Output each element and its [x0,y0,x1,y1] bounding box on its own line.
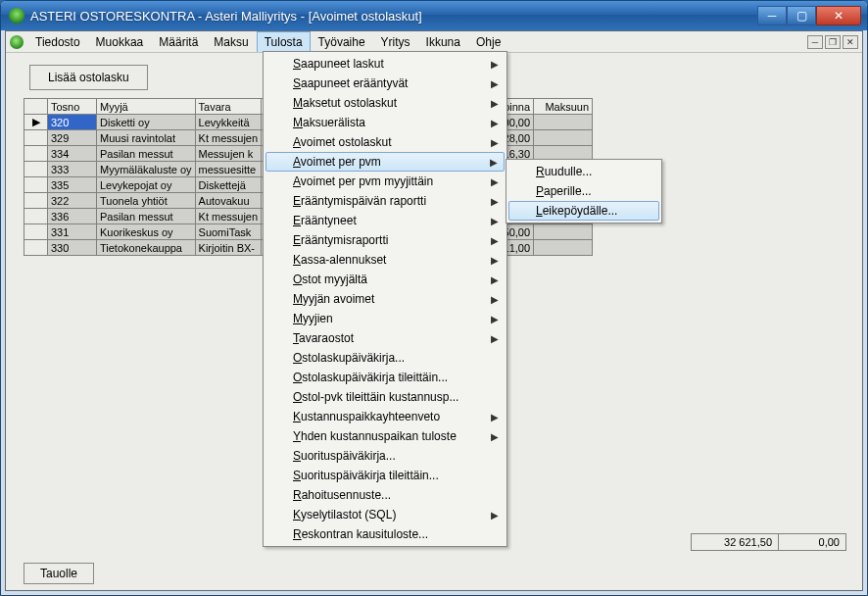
menu-item[interactable]: Avoimet per pvm myyjittäin▶ [265,172,505,191]
maximize-button[interactable]: ▢ [787,6,816,25]
menu-item[interactable]: Reskontran kausituloste... [265,524,505,544]
menu-item[interactable]: Kassa-alennukset▶ [265,250,505,270]
cell[interactable]: 334 [48,146,97,162]
menu-tulosta[interactable]: Tulosta [257,31,311,52]
cell[interactable]: Pasilan messut [97,209,196,224]
cell[interactable]: 336 [48,209,97,224]
menu-item[interactable]: Kyselytilastot (SQL)▶ [265,505,505,524]
menu-item[interactable]: Leikepöydälle... [508,201,659,221]
submenu-arrow-icon: ▶ [491,314,499,324]
cell[interactable]: 331 [48,224,97,240]
menu-tyovaihe[interactable]: Työvaihe [311,31,373,52]
cell[interactable]: Kirjoitin BX- [195,240,262,256]
footer: Tauolle [10,563,858,584]
menu-item[interactable]: Saapuneet laskut▶ [265,54,505,74]
col-header[interactable]: Maksuun [534,99,593,115]
menubar: Tiedosto Muokkaa Määritä Maksu Tulosta T… [6,31,862,53]
row-selector[interactable] [24,130,48,146]
add-invoice-button[interactable]: Lisää ostolasku [29,65,148,90]
cell[interactable]: SuomiTask [195,224,262,240]
cell[interactable]: Messujen k [195,146,262,162]
mdi-minimize-button[interactable]: ─ [807,35,823,49]
row-selector[interactable] [24,162,48,177]
menu-item[interactable]: Suorituspäiväkirja... [265,446,505,466]
submenu-arrow-icon: ▶ [491,176,499,187]
submenu-arrow-icon: ▶ [491,137,499,148]
menu-item[interactable]: Maksetut ostolaskut▶ [265,93,505,113]
cell[interactable]: Muusi ravintolat [97,130,196,146]
row-selector[interactable] [24,240,48,256]
cell[interactable]: 330 [48,240,97,256]
cell[interactable]: Tuonela yhtiöt [97,193,196,209]
menu-maksu[interactable]: Maksu [206,31,256,52]
cell[interactable]: Kuorikeskus oy [97,224,196,240]
col-header[interactable] [24,99,48,115]
menu-item[interactable]: Saapuneet erääntyvät▶ [265,74,505,93]
menu-item[interactable]: Myyjien▶ [265,309,505,328]
menu-ikkuna[interactable]: Ikkuna [418,31,468,52]
menu-item[interactable]: Ostot myyjältä▶ [265,270,505,289]
cell[interactable]: 322 [48,193,97,209]
cell[interactable]: 333 [48,162,97,177]
menu-item[interactable]: Erääntyneet▶ [265,211,505,230]
cell[interactable]: Tietokonekauppa [97,240,196,256]
menu-yritys[interactable]: Yritys [373,31,418,52]
close-button[interactable]: ✕ [816,6,861,25]
cell[interactable]: Myymäläkaluste oy [97,162,196,177]
cell[interactable]: Autovakuu [195,193,262,209]
row-selector[interactable] [24,224,48,240]
row-selector[interactable] [24,146,48,162]
mdi-restore-button[interactable]: ❐ [825,35,841,49]
total-avoinna: 32 621,50 [691,533,779,551]
menu-ohje[interactable]: Ohje [468,31,508,52]
menu-item[interactable]: Ostolaskupäiväkirja... [265,348,505,368]
menu-item[interactable]: Maksuerälista▶ [265,113,505,132]
menu-item[interactable]: Erääntymisraportti▶ [265,230,505,250]
cell[interactable]: Pasilan messut [97,146,196,162]
submenu-arrow-icon: ▶ [490,157,498,168]
menu-item[interactable]: Tavaraostot▶ [265,328,505,348]
menu-muokkaa[interactable]: Muokkaa [88,31,152,52]
cell[interactable]: 320 [48,115,97,130]
cell[interactable]: Kt messujen [195,130,262,146]
menu-item[interactable]: Suorituspäiväkirja tileittäin... [265,466,505,485]
minimize-button[interactable]: ─ [757,6,787,25]
col-header[interactable]: Myyjä [97,99,196,115]
submenu-arrow-icon: ▶ [491,196,499,207]
tauolle-button[interactable]: Tauolle [24,563,94,584]
row-selector[interactable]: ▶ [24,115,48,130]
cell[interactable] [534,240,593,256]
col-header[interactable]: Tavara [195,99,262,115]
cell[interactable] [534,115,593,130]
mdi-close-button[interactable]: ✕ [843,35,858,49]
cell[interactable]: 335 [48,177,97,193]
menu-item[interactable]: Myyjän avoimet▶ [265,289,505,309]
menu-item[interactable]: Paperille... [508,181,659,201]
cell[interactable]: Kt messujen [195,209,262,224]
menu-maarita[interactable]: Määritä [151,31,206,52]
row-selector[interactable] [24,193,48,209]
menu-item[interactable]: Ostolaskupäiväkirja tileittäin... [265,368,505,387]
menu-item[interactable]: Avoimet ostolaskut▶ [265,132,505,152]
row-selector[interactable] [24,209,48,224]
menu-item[interactable]: Yhden kustannuspaikan tuloste▶ [265,426,505,446]
window-title: ASTERI OSTORESKONTRA - Asteri Malliyrity… [30,9,757,24]
menu-item[interactable]: Ruudulle... [508,162,659,181]
cell[interactable] [534,130,593,146]
cell[interactable]: messuesitte [195,162,262,177]
cell[interactable]: Diskettejä [195,177,262,193]
menu-item[interactable]: Erääntymispäivän raportti▶ [265,191,505,211]
col-header[interactable]: Tosno [48,99,97,115]
cell[interactable] [534,224,593,240]
menu-item[interactable]: Kustannuspaikkayhteenveto▶ [265,407,505,426]
cell[interactable]: Levykepojat oy [97,177,196,193]
menu-tiedosto[interactable]: Tiedosto [27,31,88,52]
cell[interactable]: 329 [48,130,97,146]
menu-item[interactable]: Ostol-pvk tileittäin kustannusp... [265,387,505,407]
menu-app-icon[interactable] [6,31,27,52]
menu-item[interactable]: Avoimet per pvm▶ [265,152,505,172]
cell[interactable]: Disketti oy [97,115,196,130]
menu-item[interactable]: Rahoitusennuste... [265,485,505,505]
cell[interactable]: Levykkeitä [195,115,262,130]
row-selector[interactable] [24,177,48,193]
